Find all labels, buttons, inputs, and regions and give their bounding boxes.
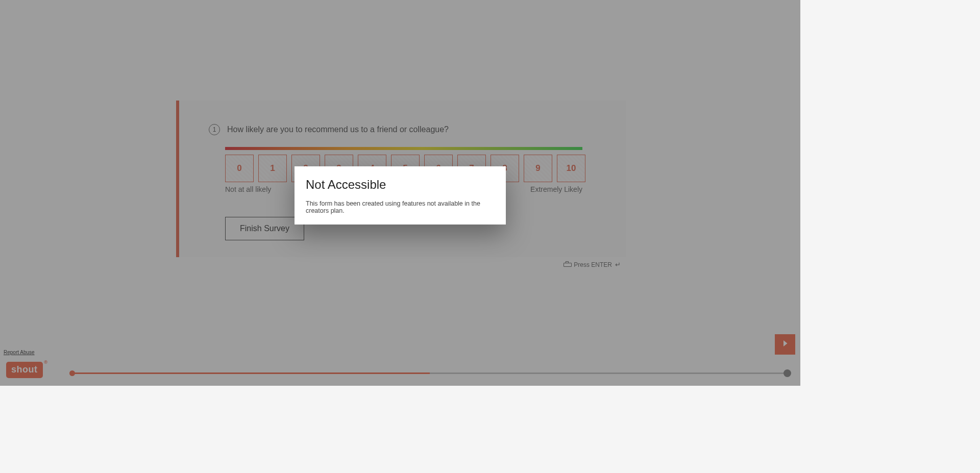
page-root: 1 How likely are you to recommend us to … xyxy=(0,0,800,386)
modal-body: This form has been created using feature… xyxy=(306,200,495,214)
modal-title: Not Accessible xyxy=(306,178,495,192)
not-accessible-modal: Not Accessible This form has been create… xyxy=(295,166,506,225)
